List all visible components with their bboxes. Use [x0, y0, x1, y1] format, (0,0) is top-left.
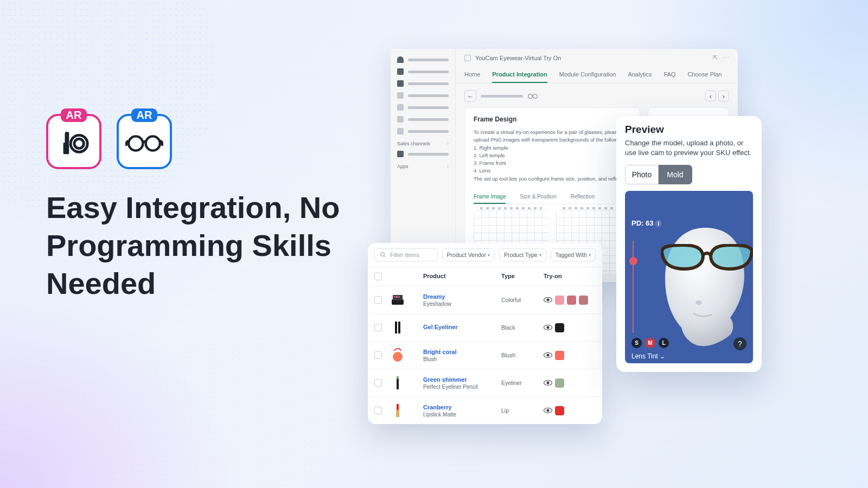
swatch[interactable] — [555, 351, 564, 360]
swatch[interactable] — [555, 323, 564, 332]
product-name-link[interactable]: Cranberry — [423, 404, 501, 410]
eye-icon[interactable] — [544, 297, 552, 303]
filter-vendor[interactable]: Product Vendor — [442, 248, 495, 261]
product-type: Colorful — [501, 297, 544, 303]
glasses-icon — [125, 125, 163, 158]
subtab-size-position[interactable]: Size & Position — [520, 190, 556, 204]
orders-icon — [397, 68, 404, 75]
lipstick-mirror-icon — [57, 125, 91, 158]
product-type: Lip — [501, 407, 544, 414]
slider-knob[interactable] — [629, 257, 637, 265]
row-checkbox[interactable] — [374, 379, 382, 387]
eye-icon[interactable] — [544, 408, 552, 413]
swatch[interactable] — [555, 378, 564, 388]
search-icon — [380, 252, 386, 258]
tab-analytics[interactable]: Analytics — [628, 67, 652, 83]
row-checkbox[interactable] — [374, 296, 382, 304]
select-all-checkbox[interactable] — [374, 273, 382, 280]
product-name-link[interactable]: Dreamy — [423, 293, 501, 300]
panel-list-2: 2. Left temple — [474, 152, 631, 159]
tab-faq[interactable]: FAQ — [663, 67, 675, 83]
ar-tag: AR — [61, 108, 87, 122]
size-m[interactable]: M — [645, 338, 655, 348]
subtab-reflection[interactable]: Reflection — [571, 190, 595, 204]
product-thumb — [390, 292, 406, 308]
sidebar-heading-sales[interactable]: Sales channels — [397, 141, 449, 146]
product-subtitle: Lipstick Matte — [423, 412, 501, 418]
search-input[interactable]: Filter items — [374, 248, 438, 261]
tryon-cell — [544, 351, 596, 360]
lens-tint-dropdown[interactable]: Lens Tint — [631, 352, 665, 360]
filter-type[interactable]: Product Type — [499, 248, 546, 261]
col-type: Type — [501, 273, 544, 280]
frame-subtabs: Frame Image Size & Position Reflection — [474, 190, 631, 204]
table-row: Gel Eyeliner Black — [368, 314, 602, 342]
size-s[interactable]: S — [631, 338, 642, 348]
eye-icon[interactable] — [544, 352, 552, 358]
sidebar-heading-apps[interactable]: Apps — [397, 164, 449, 169]
svg-point-4 — [146, 136, 160, 150]
glasses-mini-icon — [527, 91, 538, 101]
search-placeholder: Filter items — [390, 252, 419, 258]
svg-point-5 — [528, 94, 533, 99]
tab-module-config[interactable]: Module Configuration — [559, 67, 616, 83]
eye-icon[interactable] — [544, 380, 552, 386]
product-thumb — [390, 375, 406, 391]
more-icon[interactable]: ⋯ — [723, 54, 729, 61]
products-panel: Filter items Product Vendor Product Type… — [368, 243, 602, 424]
row-checkbox[interactable] — [374, 407, 382, 414]
discounts-icon — [397, 128, 404, 134]
svg-rect-15 — [398, 322, 400, 333]
swatch[interactable] — [555, 296, 564, 305]
next-button[interactable]: › — [718, 91, 729, 101]
store-icon — [397, 151, 404, 157]
customers-icon — [397, 92, 404, 99]
badge-row: AR AR — [46, 114, 372, 169]
product-thumb — [390, 319, 406, 336]
row-checkbox[interactable] — [374, 351, 382, 359]
product-name-link[interactable]: Green shimmer — [423, 376, 501, 383]
table-row: Bright coralBlush Blush — [368, 342, 602, 369]
preview-viewer[interactable]: PD: 63i S M L ? Lens Tint — [625, 191, 753, 363]
back-button[interactable]: ← — [464, 90, 476, 102]
swatch[interactable] — [567, 296, 576, 305]
svg-rect-2 — [63, 143, 69, 154]
tab-home[interactable]: Home — [464, 67, 480, 83]
subtab-frame-image[interactable]: Frame Image — [474, 190, 506, 204]
swatch[interactable] — [555, 406, 564, 415]
size-l[interactable]: L — [659, 338, 669, 348]
ar-tag: AR — [131, 108, 158, 122]
table-header: Product Type Try-on — [368, 267, 602, 286]
prev-button[interactable]: ‹ — [705, 91, 716, 101]
tab-product-integration[interactable]: Product Integration — [492, 67, 547, 83]
pd-slider[interactable] — [633, 241, 634, 333]
svg-line-8 — [384, 256, 386, 258]
eye-icon[interactable] — [544, 325, 552, 330]
tryon-cell — [544, 323, 596, 332]
swatch[interactable] — [579, 296, 588, 305]
pin-icon[interactable]: ⇱ — [713, 54, 718, 61]
toggle-mold[interactable]: Mold — [659, 165, 692, 184]
row-checkbox[interactable] — [374, 324, 382, 331]
filter-tagged[interactable]: Tagged With — [551, 248, 596, 261]
eyewear-ar-badge: AR — [117, 114, 172, 169]
tab-choose-plan[interactable]: Choose Plan — [687, 67, 722, 83]
svg-point-20 — [695, 300, 702, 305]
product-name-link[interactable]: Gel Eyeliner — [423, 324, 501, 330]
help-button[interactable]: ? — [733, 337, 746, 350]
admin-tabs: Home Product Integration Module Configur… — [456, 67, 738, 84]
product-thumb — [390, 402, 406, 419]
svg-point-16 — [393, 352, 403, 362]
hero: AR AR Easy Integration, No Programming S… — [46, 114, 372, 303]
product-name-link[interactable]: Bright coral — [423, 349, 501, 355]
tag-icon — [397, 80, 404, 87]
svg-point-6 — [533, 94, 538, 99]
preview-title: Preview — [625, 124, 753, 136]
tryon-cell — [544, 296, 596, 305]
svg-rect-18 — [397, 376, 399, 379]
app-title: YouCam Eyewear-Virtual Try On — [475, 55, 561, 61]
hero-headline: Easy Integration, No Programming Skills … — [46, 189, 372, 303]
preview-mode-toggle: Photo Mold — [625, 165, 753, 184]
svg-point-1 — [74, 139, 84, 148]
toggle-photo[interactable]: Photo — [625, 165, 659, 184]
